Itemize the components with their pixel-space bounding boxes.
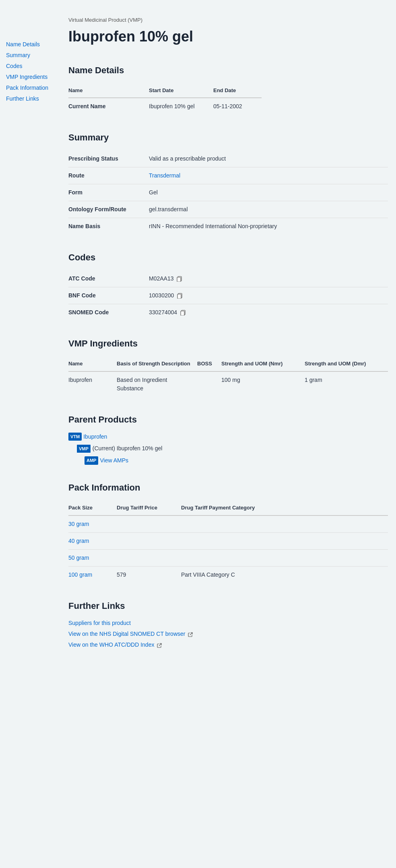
name-details-table: Name Start Date End Date Current Name Ib… [68,83,388,115]
vmp-label: (Current) Ibuprofen 10% gel [93,444,163,453]
vmp-ingredients-table: Name Basis of Strength Description BOSS … [68,357,388,397]
parent-products-title: Parent Products [68,413,388,426]
table-row: Name Basis rINN - Recommended Internatio… [68,218,388,235]
table-row: Prescribing Status Valid as a prescribab… [68,151,388,167]
page-header: Virtual Medicinal Product (VMP) Ibuprofe… [68,16,388,47]
route-link[interactable]: Transdermal [149,172,180,179]
vmp-col-dmr: Strength and UOM (Dmr) [305,357,388,371]
prescribing-status-value: Valid as a prescribable product [149,151,388,167]
pack-size-40: 40 gram [68,532,117,549]
pack-30-link[interactable]: 30 gram [68,521,89,527]
further-links-list: Suppliers for this product View on the N… [68,619,388,649]
snomed-copy-icon[interactable] [180,309,187,316]
vmp-badge: VMP [76,444,91,454]
ontology-form-label: Ontology Form/Route [68,201,149,218]
table-row: Form Gel [68,184,388,201]
snomed-code-value: 330274004 [149,304,388,321]
table-row: Ontology Form/Route gel.transdermal [68,201,388,218]
pack-category-50 [181,549,388,566]
further-links-title: Further Links [68,599,388,612]
pack-category-100: Part VIIIA Category C [181,566,388,583]
table-row: Route Transdermal [68,167,388,184]
pack-100-link[interactable]: 100 gram [68,571,92,578]
svg-rect-5 [181,311,184,315]
table-row: 100 gram 579 Part VIIIA Category C [68,566,388,583]
pack-col-price: Drug Tariff Price [117,501,181,515]
suppliers-link[interactable]: Suppliers for this product [68,620,131,626]
parent-amp-line: AMP View AMPs [85,456,388,465]
name-details-section: Name Details Name Start Date End Date Cu… [68,64,388,115]
pack-price-30 [117,515,181,533]
amp-link[interactable]: View AMPs [100,456,128,465]
vmp-ingredients-title: VMP Ingredients [68,337,388,350]
further-links-section: Further Links Suppliers for this product… [68,599,388,649]
sidebar-item-vmp-ingredients[interactable]: VMP Ingredients [6,73,60,81]
snomed-code-label: SNOMED Code [68,304,149,321]
vmp-col-basis: Basis of Strength Description [117,357,197,371]
snomed-browser-link[interactable]: View on the NHS Digital SNOMED CT browse… [68,631,185,637]
name-details-col-name: Name [68,83,149,98]
parent-vmp-line: VMP (Current) Ibuprofen 10% gel [76,444,388,454]
codes-section: Codes ATC Code M02AA13 [68,251,388,321]
name-basis-value: rINN - Recommended International Non-pro… [149,218,388,235]
pack-category-30 [181,515,388,533]
summary-title: Summary [68,131,388,144]
amp-badge: AMP [85,456,98,465]
main-content: Virtual Medicinal Product (VMP) Ibuprofe… [64,8,396,673]
pack-information-title: Pack Information [68,481,388,494]
name-details-col-start: Start Date [149,83,213,98]
summary-section: Summary Prescribing Status Valid as a pr… [68,131,388,235]
vtm-badge: VTM [68,433,82,441]
bnf-code-label: BNF Code [68,287,149,304]
table-row: Ibuprofen Based on Ingredient Substance … [68,371,388,397]
table-row: SNOMED Code 330274004 [68,304,388,321]
bnf-copy-icon[interactable] [177,293,184,299]
external-icon-atcddd [157,643,162,647]
atc-code-value: M02AA13 [149,270,388,287]
current-name-label: Current Name [68,98,149,115]
table-row: ATC Code M02AA13 [68,270,388,287]
summary-table: Prescribing Status Valid as a prescribab… [68,151,388,235]
atc-copy-icon[interactable] [177,276,183,282]
name-details-title: Name Details [68,64,388,77]
pack-information-section: Pack Information Pack Size Drug Tariff P… [68,481,388,583]
atc-code-label: ATC Code [68,270,149,287]
current-name-end-date [262,98,388,115]
codes-table: ATC Code M02AA13 BNF Cod [68,270,388,321]
external-icon-snomed [188,632,193,637]
page-subtitle: Virtual Medicinal Product (VMP) [68,16,388,24]
ingredient-nmr: 100 mg [221,371,305,397]
sidebar-item-further-links[interactable]: Further Links [6,95,60,103]
pack-50-link[interactable]: 50 gram [68,555,89,561]
vtm-link[interactable]: Ibuprofen [83,433,107,441]
name-basis-label: Name Basis [68,218,149,235]
pack-size-100: 100 gram [68,566,117,583]
route-value: Transdermal [149,167,388,184]
parent-vtm-line: VTM Ibuprofen [68,433,388,441]
form-label: Form [68,184,149,201]
svg-rect-3 [177,294,181,299]
sidebar-item-name-details[interactable]: Name Details [6,40,60,49]
vmp-col-name: Name [68,357,117,371]
sidebar-item-summary[interactable]: Summary [6,51,60,60]
ingredient-dmr: 1 gram [305,371,388,397]
table-row: 40 gram [68,532,388,549]
sidebar-item-codes[interactable]: Codes [6,62,60,70]
pack-40-link[interactable]: 40 gram [68,538,89,544]
route-label: Route [68,167,149,184]
pack-information-table: Pack Size Drug Tariff Price Drug Tariff … [68,501,388,583]
ingredient-boss [197,371,221,397]
table-row: BNF Code 10030200 [68,287,388,304]
pack-price-50 [117,549,181,566]
further-link-atcddd: View on the WHO ATC/DDD Index [68,641,388,649]
pack-category-40 [181,532,388,549]
codes-title: Codes [68,251,388,264]
table-row: Current Name Ibuprofen 10% gel 05-11-200… [68,98,388,115]
current-name-value: Ibuprofen 10% gel [149,98,213,115]
atcddd-link[interactable]: View on the WHO ATC/DDD Index [68,641,154,648]
sidebar-item-pack-information[interactable]: Pack Information [6,84,60,92]
bnf-code-value: 10030200 [149,287,388,304]
pack-price-40 [117,532,181,549]
further-link-snomed: View on the NHS Digital SNOMED CT browse… [68,630,388,638]
parent-products-section: Parent Products VTM Ibuprofen VMP (Curre… [68,413,388,465]
